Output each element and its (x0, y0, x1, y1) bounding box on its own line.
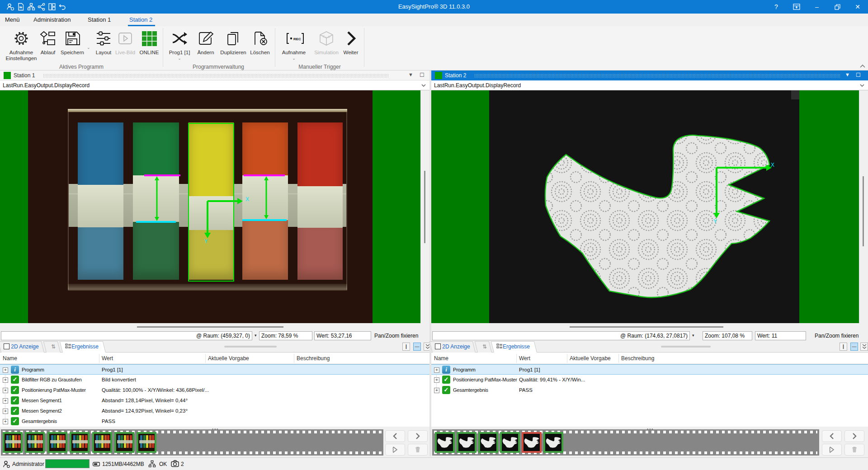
station2-prev-button[interactable] (822, 430, 842, 442)
station2-header-dropdown-icon[interactable]: ▼ (845, 72, 850, 77)
expand-icon[interactable]: + (434, 367, 439, 373)
station1-filmstrip[interactable] (1, 429, 383, 456)
station2-record-value: LastRun.EasyOutput.DisplayRecord (434, 82, 521, 89)
camera-icon (171, 460, 179, 468)
station2-collapse-button[interactable] (860, 343, 868, 351)
user-icon (2, 460, 10, 468)
station1-header-maximize-icon[interactable]: ☐ (420, 72, 425, 78)
station2-record-dropdown[interactable]: LastRun.EasyOutput.DisplayRecord (431, 80, 868, 90)
station1-tab-2d-anzeige[interactable]: 2D Anzeige (1, 341, 44, 352)
station1-record-dropdown[interactable]: LastRun.EasyOutput.DisplayRecord (0, 80, 429, 90)
check-icon: ✓ (11, 396, 19, 404)
station1-wert-field[interactable]: Wert: 53,27,16 (314, 331, 371, 340)
station2-header-label: Station 2 (445, 72, 466, 79)
station2-filmstrip[interactable] (432, 429, 819, 456)
station2-panzoom-fix-label[interactable]: Pan/Zoom fixieren (815, 333, 859, 339)
station2-annotations: XY (431, 90, 868, 323)
filmstrip-thumbnail[interactable] (92, 432, 112, 453)
svg-text:X: X (245, 196, 249, 202)
station1-raum-dropdown-icon[interactable]: ▾ (255, 333, 257, 338)
station1-horizontal-scrollbar[interactable] (0, 323, 429, 330)
table-row[interactable]: +iProgrammProg1 [1] (431, 364, 868, 375)
table-row[interactable]: +iProgrammProg1 [1] (0, 364, 429, 375)
table-row[interactable]: +✓Messen Segment1Abstand= 128,14Pixel, W… (0, 395, 429, 406)
station2-splitter-grip[interactable] (661, 346, 711, 348)
filmstrip-thumbnail[interactable] (137, 432, 156, 453)
check-icon: ✓ (11, 407, 19, 415)
station2-zoom-field[interactable]: Zoom: 107,08 % (703, 331, 752, 340)
expand-icon[interactable]: + (434, 388, 439, 393)
table-row[interactable]: +✓Messen Segment2Abstand= 124,92Pixel, W… (0, 406, 429, 416)
station1-layout-vertical-button[interactable]: ❙ (402, 343, 410, 351)
station1-prev-button[interactable] (385, 430, 405, 442)
station2-raum-field[interactable]: @ Raum: (174,63, 27,0817) (432, 331, 690, 340)
station1-image-view[interactable]: XY (0, 90, 429, 323)
table-row[interactable]: +✓Bildfilter RGB zu GraustufenBild konve… (0, 375, 429, 385)
station2-2d-checkbox[interactable] (435, 343, 441, 349)
table-row[interactable]: +✓GesamtergebnisPASS (431, 385, 868, 395)
expand-icon[interactable]: + (3, 398, 8, 404)
filmstrip-thumbnail[interactable] (25, 432, 45, 453)
memory-label: 1251MB/4462MB (102, 461, 144, 467)
station1-vertical-scrollbar[interactable] (420, 90, 429, 323)
filmstrip-thumbnail[interactable] (457, 432, 476, 453)
station2-header[interactable]: Station 2 ▼ ☐ (431, 70, 868, 80)
expand-icon[interactable]: + (434, 377, 439, 383)
station2-ergebnisse-icon (496, 343, 503, 349)
expand-icon[interactable]: + (3, 419, 8, 424)
filmstrip-thumbnail[interactable] (47, 432, 67, 453)
table-row[interactable]: +✓Positionierung PatMax-MusterQualität: … (431, 375, 868, 385)
station2-image-view[interactable]: XY (431, 90, 868, 323)
station2-horizontal-scrollbar[interactable] (431, 323, 868, 330)
station2-results-header: Name Wert Aktuelle Vorgabe Beschreibung (431, 352, 868, 364)
table-row[interactable]: +✓Positionierung PatMax-MusterQualität: … (0, 385, 429, 395)
filmstrip-thumbnail[interactable] (478, 432, 498, 453)
station1-header[interactable]: Station 1 ▼ ☐ (0, 70, 429, 80)
station1-panel: Station 1 ▼ ☐ LastRun.EasyOutput.Display… (0, 0, 429, 470)
expand-icon[interactable]: + (3, 409, 8, 414)
station2-layout-horizontal-button[interactable]: — (850, 343, 858, 351)
station1-raum-field[interactable]: @ Raum: (459,327, 0) (1, 331, 252, 340)
station1-zoom-field[interactable]: Zoom: 78,59 % (259, 331, 312, 340)
filmstrip-thumbnail[interactable] (435, 432, 455, 453)
station2-tab-sort[interactable]: ⇅ (477, 341, 492, 352)
station1-splitter-grip[interactable] (224, 346, 277, 348)
station1-tab-row: 2D Anzeige ⇅ Ergebnisse ❙ — (0, 341, 429, 352)
station2-raum-dropdown-icon[interactable]: ▾ (692, 333, 694, 338)
network-status-label: OK (159, 461, 167, 467)
station1-play-button[interactable] (385, 444, 405, 456)
station1-delete-button[interactable] (408, 444, 428, 456)
filmstrip-thumbnail[interactable] (522, 432, 542, 453)
application-window: ZIP EasySightPro® 3D 11.0.3.0 ? – ✕ Menü… (0, 0, 868, 470)
station1-tab-sort[interactable]: ⇅ (46, 341, 61, 352)
station1-panzoom-fix-label[interactable]: Pan/Zoom fixieren (374, 333, 418, 339)
station2-header-maximize-icon[interactable]: ☐ (856, 72, 861, 78)
station1-tab-ergebnisse[interactable]: Ergebnisse (62, 341, 106, 352)
filmstrip-thumbnail[interactable] (70, 432, 90, 453)
station1-header-dropdown-icon[interactable]: ▼ (408, 72, 413, 77)
station2-play-button[interactable] (822, 444, 842, 456)
table-row[interactable]: +✓GesamtergebnisPASS (0, 416, 429, 427)
station2-next-button[interactable] (844, 430, 864, 442)
station1-2d-checkbox[interactable] (4, 343, 9, 349)
expand-icon[interactable]: + (3, 388, 8, 393)
station1-layout-horizontal-button[interactable]: — (413, 343, 421, 351)
filmstrip-thumbnail[interactable] (500, 432, 520, 453)
expand-icon[interactable]: + (3, 367, 8, 373)
station1-results-header: Name Wert Aktuelle Vorgabe Beschreibung (0, 352, 429, 364)
station2-tab-ergebnisse[interactable]: Ergebnisse (494, 341, 537, 352)
station2-delete-button[interactable] (844, 444, 864, 456)
station1-record-value: LastRun.EasyOutput.DisplayRecord (3, 82, 90, 89)
filmstrip-thumbnail[interactable] (543, 432, 563, 453)
filmstrip-thumbnail[interactable] (3, 432, 23, 453)
info-icon: i (11, 366, 19, 374)
station2-vertical-scrollbar[interactable] (859, 90, 868, 323)
check-icon: ✓ (11, 376, 19, 384)
svg-text:Y: Y (204, 238, 208, 244)
station2-layout-vertical-button[interactable]: ❙ (840, 343, 847, 351)
station2-wert-field[interactable]: Wert: 11 (755, 331, 806, 340)
filmstrip-thumbnail[interactable] (114, 432, 134, 453)
station2-tab-2d-anzeige[interactable]: 2D Anzeige (432, 341, 476, 352)
expand-icon[interactable]: + (3, 377, 8, 383)
station1-next-button[interactable] (408, 430, 428, 442)
